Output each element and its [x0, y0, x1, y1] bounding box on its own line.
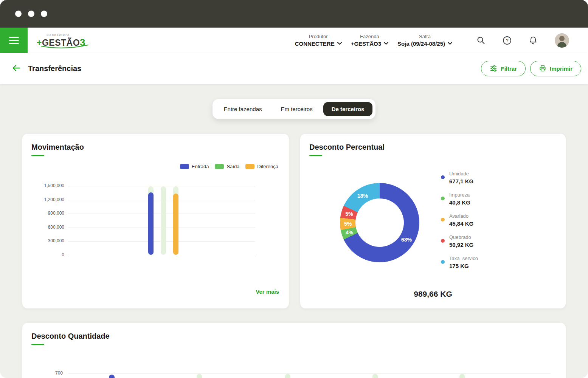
legend-label: Entrada [192, 164, 209, 169]
legend-row-umidade: Umidade677,1 KG [441, 170, 478, 184]
transfer-type-tabs: Entre fazendas Em terceiros De terceiros [213, 99, 376, 119]
window-control-dot[interactable] [15, 11, 22, 17]
avatar-head-shape [559, 36, 565, 41]
desconto-percentual-card: Desconto Percentual 68%4%5%5%18% Umidade… [300, 134, 566, 308]
desconto-quantidade-card: Desconto Quantidade 700 [22, 323, 566, 378]
donut-pct-label: 5% [345, 211, 353, 217]
window-control-dot[interactable] [28, 11, 34, 17]
hamburger-icon [9, 40, 19, 41]
legend-item: Entrada [180, 164, 209, 169]
bar-chart-plot [68, 186, 255, 255]
legend-row-taxa-servico: Taxa_servico175 KG [441, 255, 478, 269]
notifications-button[interactable] [529, 36, 538, 45]
y-tick-label: 1,500,000 [30, 183, 64, 188]
window-control-dot[interactable] [41, 11, 47, 17]
legend-amount: 175 KG [449, 263, 478, 269]
legend-item: Saída [215, 164, 239, 169]
tabs-wrapper: Entre fazendas Em terceiros De terceiros [0, 99, 588, 119]
legend-item: Diferença [245, 164, 278, 169]
page-title: Transferências [28, 64, 81, 73]
legend-row-impureza: Impureza40,8 KG [441, 191, 478, 206]
farm-selector[interactable]: Fazenda +GESTÃO3 [351, 34, 388, 47]
svg-text:?: ? [506, 37, 508, 43]
legend-dot [441, 239, 445, 243]
title-underline [309, 155, 322, 156]
bar-chart-legend: Entrada Saída Diferença [180, 164, 278, 169]
app-logo: Connectere +GESTÃO3 [37, 34, 85, 47]
tab-de-terceiros[interactable]: De terceiros [323, 102, 373, 116]
y-tick-label: 1,200,000 [30, 197, 64, 202]
legend-name: Impureza [449, 192, 470, 198]
legend-name: Umidade [449, 171, 469, 177]
question-circle-icon: ? [503, 36, 512, 45]
legend-amount: 50,92 KG [449, 242, 473, 248]
selector-value: +GESTÃO3 [351, 40, 381, 47]
producer-selector[interactable]: Produtor CONNECTERE [295, 34, 342, 47]
legend-swatch-diferenca [245, 164, 254, 169]
legend-swatch-entrada [180, 164, 189, 169]
ver-mais-link[interactable]: Ver mais [256, 288, 279, 295]
movimentacao-card: Movimentação Entrada Saída Diferença 1,5… [22, 134, 289, 308]
legend-dot [441, 218, 445, 222]
season-selector[interactable]: Safra Soja (09/24-08/25) [397, 34, 452, 47]
hamburger-icon [9, 37, 19, 38]
donut-pct-label: 18% [357, 193, 368, 199]
logo-swoosh-icon [40, 44, 90, 50]
search-button[interactable] [476, 36, 486, 45]
donut-pct-label: 4% [346, 229, 353, 235]
filter-button[interactable]: Filtrar [481, 61, 526, 76]
y-tick-label: 900,000 [30, 211, 64, 216]
bar-stub [197, 374, 202, 378]
card-title: Desconto Quantidade [22, 323, 566, 341]
gridline [68, 186, 255, 186]
tab-em-terceiros[interactable]: Em terceiros [273, 102, 321, 116]
donut-legend: Umidade677,1 KG Impureza40,8 KG Avariado… [441, 170, 478, 276]
legend-dot [441, 260, 445, 264]
main-content: Entre fazendas Em terceiros De terceiros… [0, 99, 588, 378]
bell-icon [529, 36, 538, 45]
printer-icon [539, 65, 546, 72]
search-icon [476, 36, 486, 45]
chevron-down-icon [337, 42, 342, 45]
page-header: Transferências Filtrar Imprimir [0, 53, 588, 84]
legend-dot [441, 197, 445, 200]
tab-entre-fazendas[interactable]: Entre fazendas [216, 102, 270, 116]
hamburger-menu-button[interactable] [0, 28, 28, 53]
selector-label: Produtor [295, 34, 342, 39]
legend-name: Quebrado [449, 234, 471, 240]
charts-row: Movimentação Entrada Saída Diferença 1,5… [22, 134, 566, 308]
print-button[interactable]: Imprimir [530, 61, 581, 76]
arrow-left-icon [11, 64, 21, 72]
page-actions: Filtrar Imprimir [481, 61, 581, 76]
y-tick-label: 0 [30, 252, 64, 257]
header-icons: ? [476, 33, 569, 48]
filter-button-label: Filtrar [501, 65, 517, 72]
gridline [68, 373, 551, 374]
bar-stub [372, 374, 378, 378]
line-chart-point [109, 375, 115, 378]
donut-chart: 68%4%5%5%18% [340, 183, 419, 262]
legend-amount: 677,1 KG [449, 178, 473, 184]
legend-amount: 40,8 KG [449, 199, 470, 206]
title-underline [31, 344, 44, 345]
donut-pct-label: 68% [401, 237, 412, 243]
legend-swatch-saida [215, 164, 224, 169]
help-button[interactable]: ? [503, 36, 512, 45]
donut-total: 989,66 KG [300, 290, 566, 299]
legend-label: Saída [227, 164, 239, 169]
user-avatar[interactable] [555, 33, 569, 48]
hamburger-icon [9, 43, 19, 44]
print-button-label: Imprimir [550, 65, 572, 72]
card-title: Movimentação [22, 134, 289, 152]
bar-track-saida [161, 186, 166, 255]
bar-diferenca [173, 194, 178, 255]
back-button[interactable] [9, 62, 23, 76]
logo-subtext: Connectere [47, 34, 85, 37]
bar-stub [459, 374, 465, 378]
donut-pct-label: 5% [344, 221, 352, 227]
y-tick-label: 600,000 [30, 225, 64, 230]
legend-row-avariado: Avariado45,84 KG [441, 212, 478, 227]
y-tick-label: 300,000 [30, 238, 64, 243]
legend-name: Taxa_servico [449, 256, 478, 261]
app-header: Connectere +GESTÃO3 Produtor CONNECTERE … [0, 28, 588, 53]
